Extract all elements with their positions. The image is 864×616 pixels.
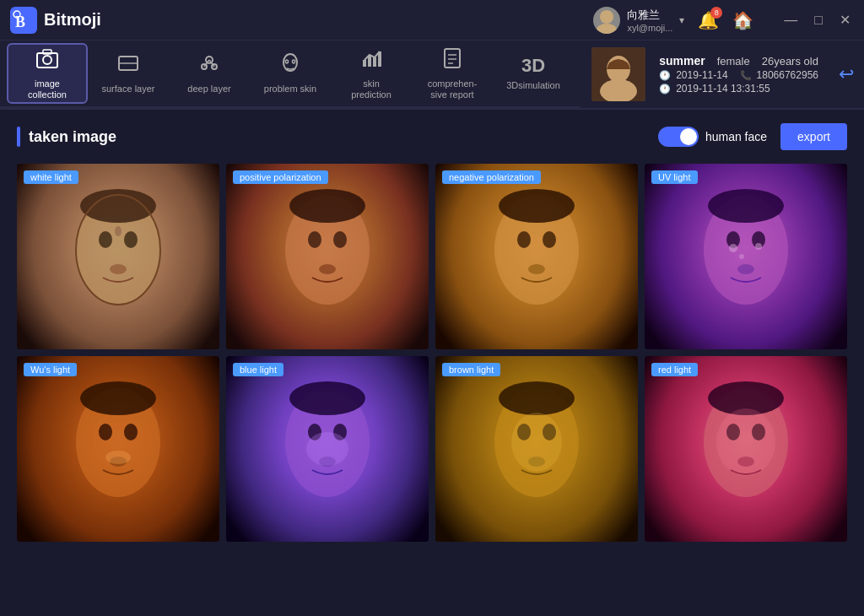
nav-tabs: imagecollection surface layer xyxy=(0,41,580,108)
human-face-toggle[interactable] xyxy=(658,127,699,147)
tab-deep-layer-label: deep layer xyxy=(187,84,230,95)
tab-surface-layer-label: surface layer xyxy=(102,84,155,95)
svg-point-45 xyxy=(499,189,575,223)
svg-point-39 xyxy=(319,264,336,274)
profile-date2: 2019-11-14 13:31:55 xyxy=(676,83,770,95)
export-button[interactable]: export xyxy=(780,123,847,150)
bell-icon[interactable]: 🔔 8 xyxy=(698,10,719,30)
image-card-positive-polarization[interactable]: positive polarization xyxy=(226,164,429,349)
tab-comprehensive-report-label: comprehen-sive report xyxy=(428,78,478,100)
3d-icon: 3D xyxy=(521,55,545,77)
toggle-label: human face xyxy=(705,130,767,143)
profile-age: 26years old xyxy=(762,55,818,68)
svg-point-32 xyxy=(110,264,127,274)
close-button[interactable]: ✕ xyxy=(836,8,854,31)
skin-prediction-icon xyxy=(359,46,383,75)
tab-image-collection[interactable]: imagecollection xyxy=(7,43,88,104)
image-grid: white light positive polarization xyxy=(17,164,847,542)
tab-3d-simulation-label: 3Dsimulation xyxy=(506,80,560,91)
face-image-wus-light xyxy=(17,356,219,542)
section-header: taken image human face export xyxy=(17,123,847,150)
image-label-uv-light: UV light xyxy=(651,170,698,184)
svg-point-65 xyxy=(306,432,348,466)
app-title: Bitmoji xyxy=(44,10,101,30)
section-bar xyxy=(17,127,20,147)
tab-comprehensive-report[interactable]: comprehen-sive report xyxy=(412,43,493,104)
tab-skin-prediction[interactable]: skinprediction xyxy=(331,43,412,104)
profile-back-button[interactable]: ↩ xyxy=(839,63,854,85)
tab-image-collection-label: imagecollection xyxy=(28,78,67,100)
profile-name-row: summer female 26years old xyxy=(659,54,818,68)
tab-deep-layer[interactable]: deep layer xyxy=(169,43,250,104)
chevron-down-icon: ▾ xyxy=(679,14,684,26)
svg-point-64 xyxy=(289,381,365,415)
phone-icon: 📞 xyxy=(740,70,752,81)
svg-point-71 xyxy=(511,413,562,472)
camera-icon xyxy=(35,46,59,75)
minimize-button[interactable]: — xyxy=(780,8,801,31)
app-logo-icon: B xyxy=(10,7,37,34)
section-title-area: taken image xyxy=(17,127,116,147)
window-controls: — □ ✕ xyxy=(780,8,854,31)
image-label-positive-polarization: positive polarization xyxy=(233,170,328,184)
toggle-knob xyxy=(680,128,697,145)
problem-skin-icon xyxy=(278,51,302,80)
user-info[interactable]: 向雅兰 xyl@moji... ▾ xyxy=(593,7,684,34)
tab-skin-prediction-label: skinprediction xyxy=(351,78,392,100)
image-card-white-light[interactable]: white light xyxy=(17,164,219,349)
profile-photo xyxy=(591,47,645,101)
clock-icon1: 🕐 xyxy=(659,70,671,81)
svg-point-77 xyxy=(716,408,775,476)
maximize-button[interactable]: □ xyxy=(811,8,826,31)
image-card-uv-light[interactable]: UV light xyxy=(645,164,847,349)
svg-point-37 xyxy=(308,231,321,248)
profile-panel: summer female 26years old 🕐 2019-11-14 📞… xyxy=(581,41,864,108)
image-card-red-light[interactable]: red light xyxy=(645,356,847,542)
svg-point-44 xyxy=(528,264,545,274)
profile-info: summer female 26years old 🕐 2019-11-14 📞… xyxy=(659,54,818,95)
face-image-uv-light xyxy=(645,164,847,349)
notification-badge: 8 xyxy=(710,7,722,19)
face-image-red-light xyxy=(645,356,847,542)
user-area: 向雅兰 xyl@moji... ▾ 🔔 8 🏠 — □ ✕ xyxy=(593,7,854,34)
svg-point-16 xyxy=(286,60,289,63)
svg-point-30 xyxy=(99,231,112,248)
svg-point-43 xyxy=(543,231,556,248)
profile-date1-row: 🕐 2019-11-14 📞 18066762956 xyxy=(659,69,818,81)
clock-icon2: 🕐 xyxy=(659,84,671,95)
svg-point-50 xyxy=(708,189,784,223)
svg-point-6 xyxy=(43,56,51,64)
svg-point-52 xyxy=(755,243,762,250)
tab-3d-simulation[interactable]: 3D 3Dsimulation xyxy=(493,43,574,104)
image-card-negative-polarization[interactable]: negative polarization xyxy=(435,164,638,349)
controls-area: human face export xyxy=(658,123,847,150)
svg-point-40 xyxy=(289,189,365,223)
image-card-brown-light[interactable]: brown light xyxy=(435,356,638,542)
svg-point-58 xyxy=(80,381,156,415)
profile-date2-row: 🕐 2019-11-14 13:31:55 xyxy=(659,83,818,95)
svg-point-38 xyxy=(333,231,347,248)
tab-surface-layer[interactable]: surface layer xyxy=(88,43,169,104)
svg-point-56 xyxy=(124,424,138,440)
image-label-brown-light: brown light xyxy=(442,363,500,376)
profile-phone: 18066762956 xyxy=(757,69,818,81)
svg-point-49 xyxy=(737,264,754,274)
face-image-negative-polarization xyxy=(435,164,638,349)
svg-point-31 xyxy=(124,231,138,248)
image-label-blue-light: blue light xyxy=(233,363,284,376)
svg-point-53 xyxy=(739,254,744,259)
home-icon[interactable]: 🏠 xyxy=(732,10,753,30)
titlebar: B Bitmoji 向雅兰 xyl@moji... ▾ 🔔 8 🏠 — xyxy=(0,0,864,41)
tab-problem-skin[interactable]: problem skin xyxy=(250,43,331,104)
image-card-blue-light[interactable]: blue light xyxy=(226,356,429,542)
logo-area: B Bitmoji xyxy=(10,7,593,34)
image-card-wus-light[interactable]: Wu's light xyxy=(17,356,219,542)
profile-name: summer xyxy=(659,54,705,68)
face-image-brown-light xyxy=(435,356,638,542)
svg-point-70 xyxy=(499,381,575,415)
profile-date1: 2019-11-14 xyxy=(676,69,727,81)
user-name-area: 向雅兰 xyl@moji... xyxy=(627,8,672,33)
svg-point-42 xyxy=(517,231,531,248)
svg-rect-18 xyxy=(363,60,366,67)
svg-point-33 xyxy=(115,226,122,236)
